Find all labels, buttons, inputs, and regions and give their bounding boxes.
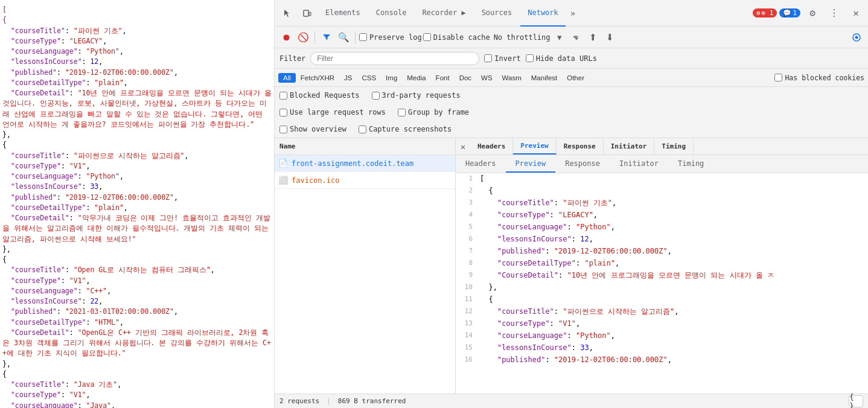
capture-screenshots-checkbox[interactable]: Capture screenshots [359, 125, 452, 133]
cursor-icon[interactable] [277, 4, 296, 23]
large-rows-label: Use large request rows [290, 108, 386, 116]
type-media-button[interactable]: Media [402, 73, 430, 83]
preview-line-15: 15 "lessonsInCourse": 33, [456, 342, 868, 354]
detail-panel: Headers Preview Response Initiator Timin… [456, 155, 868, 394]
type-all-button[interactable]: All [278, 73, 296, 83]
filter-icon-button[interactable] [319, 30, 334, 45]
disable-cache-input[interactable] [423, 33, 431, 41]
type-font-button[interactable]: Font [431, 73, 455, 83]
detail-tab-preview[interactable]: Preview [506, 155, 556, 173]
tab-right-controls: ⊗ ⊗ 1 💬 1 ⚙ ⋮ ✕ [753, 4, 866, 23]
filter-label: Filter [279, 54, 305, 63]
group-by-frame-label: Group by frame [408, 108, 469, 116]
tab-recorder[interactable]: Recorder ▶️ [415, 0, 473, 27]
type-ws-button[interactable]: WS [476, 73, 497, 83]
blocked-requests-label: Blocked Requests [290, 91, 360, 100]
toolbar-divider-1 [314, 31, 315, 43]
object-viewer-button[interactable]: { } [849, 395, 863, 407]
type-doc-button[interactable]: Doc [455, 73, 476, 83]
detail-tab-headers[interactable]: Headers [456, 155, 506, 173]
blocked-requests-input[interactable] [279, 92, 287, 100]
detail-tab-timing[interactable]: Timing [668, 155, 713, 173]
type-wasm-button[interactable]: Wasm [497, 73, 526, 83]
hide-data-urls-checkbox[interactable]: Hide data URLs [526, 54, 597, 63]
request-item-favicon[interactable]: ⬜ favicon.ico [275, 172, 455, 189]
third-party-checkbox[interactable]: 3rd-party requests [372, 91, 461, 100]
wifi-icon-button[interactable] [569, 30, 584, 45]
network-main: Name ✕ Headers Preview Response Initiato… [275, 138, 868, 408]
invert-input[interactable] [484, 54, 492, 62]
network-settings-icon[interactable] [849, 30, 864, 45]
preview-column-header[interactable]: Preview [513, 138, 556, 155]
toolbar-divider-2 [355, 31, 356, 43]
has-blocked-label: Has blocked cookies [785, 74, 864, 82]
preserve-log-label: Preserve log [369, 33, 422, 42]
hide-data-urls-input[interactable] [526, 54, 534, 62]
tab-sources[interactable]: Sources [474, 0, 520, 27]
type-other-button[interactable]: Other [562, 73, 589, 83]
preview-line-8: 8 "courseDetailType": "plain", [456, 258, 868, 270]
tab-console[interactable]: Console [369, 0, 414, 27]
capture-screenshots-input[interactable] [359, 126, 366, 133]
request-list-header: Name ✕ Headers Preview Response Initiato… [275, 138, 868, 155]
group-by-frame-checkbox[interactable]: Group by frame [398, 108, 469, 116]
show-overview-checkbox[interactable]: Show overview [279, 125, 346, 133]
name-column-header: Name [275, 138, 456, 155]
blocked-requests-checkbox[interactable]: Blocked Requests [279, 91, 360, 100]
initiator-column-header[interactable]: Initiator [604, 138, 655, 155]
options-rows: Blocked Requests 3rd-party requests Use … [275, 87, 868, 138]
svg-rect-1 [309, 12, 311, 16]
show-overview-input[interactable] [279, 126, 287, 133]
more-tabs-icon[interactable]: » [567, 8, 579, 18]
type-css-button[interactable]: CSS [357, 73, 381, 83]
close-panel-button[interactable]: ✕ [456, 142, 470, 151]
type-manifest-button[interactable]: Manifest [526, 73, 562, 83]
show-overview-label: Show overview [290, 125, 346, 133]
search-button[interactable]: 🔍 [336, 30, 351, 45]
preview-content: 1 [ 2 { 3 "courseTitle": "파이썬 기초", 4 "co [456, 173, 868, 394]
export-button[interactable]: ⬇ [602, 30, 618, 45]
record-button[interactable]: ⏺ [278, 30, 294, 45]
invert-checkbox[interactable]: Invert [484, 54, 520, 63]
type-img-button[interactable]: Img [381, 73, 402, 83]
request-item-assignment[interactable]: 📄 front-assignment.codeit.team [275, 155, 455, 172]
third-party-input[interactable] [372, 92, 380, 100]
preserve-log-checkbox[interactable]: Preserve log [359, 33, 422, 42]
settings-icon[interactable]: ⚙ [803, 4, 822, 23]
more-options-icon[interactable]: ⋮ [825, 4, 844, 23]
filter-input[interactable] [310, 52, 479, 65]
disable-cache-label: Disable cache [433, 33, 490, 42]
disable-cache-checkbox[interactable]: Disable cache [423, 33, 490, 42]
type-js-button[interactable]: JS [339, 73, 357, 83]
throttling-dropdown[interactable]: ▾ [552, 30, 567, 45]
has-blocked-input[interactable] [774, 74, 782, 81]
tab-elements[interactable]: Elements [318, 0, 368, 27]
group-by-frame-input[interactable] [398, 109, 406, 116]
import-button[interactable]: ⬆ [586, 30, 601, 45]
close-devtools-icon[interactable]: ✕ [846, 4, 866, 23]
hide-data-urls-label: Hide data URLs [536, 54, 597, 63]
preserve-log-input[interactable] [359, 33, 367, 41]
detail-tab-response[interactable]: Response [555, 155, 610, 173]
preview-line-1: 1 [ [456, 173, 868, 185]
headers-column-header[interactable]: Headers [470, 138, 513, 155]
large-rows-checkbox[interactable]: Use large request rows [279, 108, 386, 116]
has-blocked-checkbox[interactable]: Has blocked cookies [774, 74, 864, 82]
detail-tab-initiator[interactable]: Initiator [610, 155, 668, 173]
request-list: 📄 front-assignment.codeit.team ⬜ favicon… [275, 155, 456, 394]
large-rows-input[interactable] [279, 109, 287, 116]
tab-network[interactable]: Network [520, 0, 566, 27]
warn-icon: 💬 [783, 9, 791, 17]
error-count: ⊗ 1 [762, 9, 774, 17]
options-row-3: Show overview Capture screenshots [275, 121, 868, 138]
response-column-header[interactable]: Response [557, 138, 604, 155]
preview-line-12: 12 "courseTitle": "파이썬으로 시작하는 알고리즘", [456, 306, 868, 318]
transferred-size: 869 B transferred [338, 397, 406, 405]
clear-button[interactable]: 🚫 [295, 30, 311, 45]
type-fetch-xhr-button[interactable]: Fetch/XHR [296, 73, 339, 83]
timing-column-header[interactable]: Timing [654, 138, 694, 155]
json-source: [ { "courseTitle": "파이썬 기초", "courseType… [2, 5, 272, 408]
capture-screenshots-label: Capture screenshots [369, 125, 452, 133]
device-toggle-icon[interactable] [298, 4, 317, 23]
network-toolbar: ⏺ 🚫 🔍 Preserve log Disable cache No thro… [275, 27, 868, 48]
